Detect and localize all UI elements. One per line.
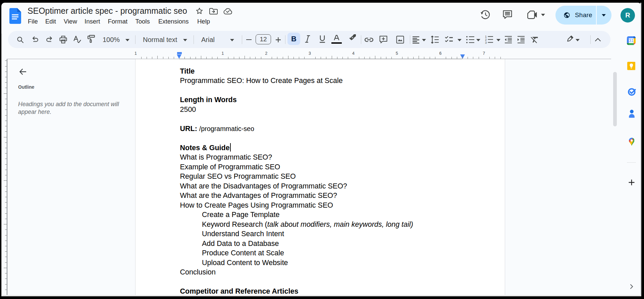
svg-text:31: 31: [629, 38, 634, 43]
svg-text:3: 3: [485, 41, 487, 44]
